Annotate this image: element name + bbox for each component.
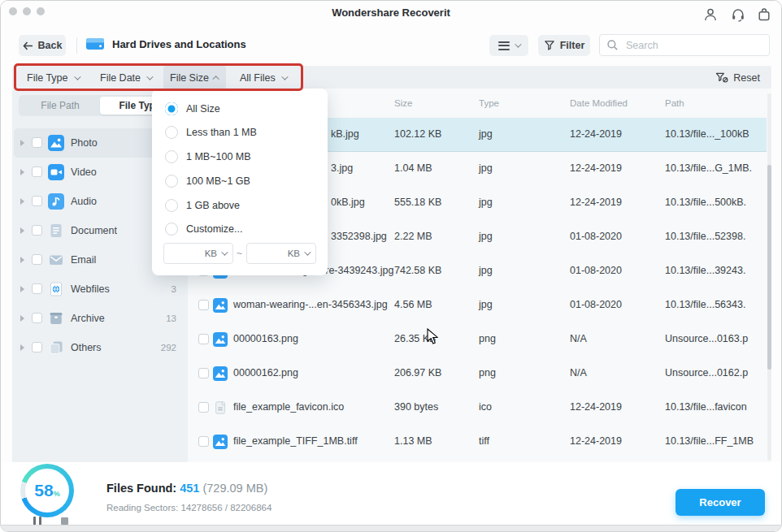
account-icon[interactable]: [703, 7, 718, 22]
row-checkbox[interactable]: [198, 402, 209, 413]
size-option-100-mb-1-gb[interactable]: 100 MB~1 GB: [152, 172, 328, 192]
file-date-modified: 01-08-2020: [570, 299, 622, 310]
radio-unselected-icon[interactable]: [165, 126, 178, 139]
custom-size-min-input[interactable]: KB: [163, 243, 233, 264]
sidebar-item-archive[interactable]: Archive13: [14, 304, 186, 333]
file-name: 3352398.jpg: [331, 231, 387, 242]
size-option-1-gb-above[interactable]: 1 GB above: [152, 197, 328, 216]
checkbox[interactable]: [32, 196, 42, 206]
store-bag-icon[interactable]: [757, 7, 771, 22]
support-headset-icon[interactable]: [731, 7, 745, 22]
files-found-count: 451: [180, 482, 199, 495]
row-checkbox[interactable]: [198, 334, 209, 344]
file-type: jpg: [479, 231, 493, 242]
traffic-light-close[interactable]: [9, 7, 17, 15]
table-row[interactable]: 00000163.png26.35 KBpngN/AUnsource...016…: [188, 322, 767, 357]
column-header-path[interactable]: Path: [665, 98, 684, 108]
document-icon: [48, 223, 64, 239]
file-date-modified: 12-24-2019: [570, 162, 622, 174]
checkbox[interactable]: [32, 137, 42, 148]
disclosure-triangle-icon[interactable]: [20, 257, 24, 263]
filter-dropdown-file-date[interactable]: File Date: [93, 66, 158, 89]
file-file-icon: [213, 400, 228, 415]
sidebar-item-others[interactable]: Others292: [14, 333, 186, 362]
view-menu-button[interactable]: [489, 35, 528, 56]
search-box[interactable]: [599, 34, 770, 56]
disclosure-triangle-icon[interactable]: [20, 140, 24, 146]
size-option-less-than-1-mb[interactable]: Less than 1 MB: [152, 123, 328, 143]
disclosure-triangle-icon[interactable]: [20, 227, 24, 234]
file-size: 102.12 KB: [394, 128, 441, 140]
sidebar-item-label: Document: [71, 225, 117, 236]
item-count-badge: 292: [161, 343, 176, 353]
row-checkbox[interactable]: [198, 368, 209, 378]
row-checkbox[interactable]: [198, 300, 209, 310]
recover-button[interactable]: Recover: [676, 489, 765, 516]
custom-size-max-input[interactable]: KB: [246, 243, 316, 264]
chevron-down-icon: [281, 73, 288, 80]
file-name: 3.jpg: [331, 162, 353, 174]
table-row[interactable]: file_example_favicon.ico390 bytesico12-2…: [188, 391, 767, 425]
file-path: 10.13/file...56343.: [665, 299, 767, 310]
radio-selected-icon[interactable]: [165, 102, 178, 115]
file-type: ico: [479, 401, 492, 413]
file-type-label: File Type: [27, 72, 68, 84]
sidebar-item-webfiles[interactable]: Webfiles3: [14, 275, 186, 304]
table-row[interactable]: woman-wearing-...en-3456343.jpg4.56 MBjp…: [188, 288, 767, 322]
file-type: jpg: [479, 162, 493, 174]
filter-button[interactable]: Filter: [538, 35, 590, 56]
chevron-down-icon: [515, 41, 521, 47]
checkbox[interactable]: [32, 225, 42, 236]
size-option-1-mb-100-mb[interactable]: 1 MB~100 MB: [152, 148, 328, 167]
image-file-icon: [213, 298, 228, 313]
checkbox[interactable]: [32, 313, 42, 323]
radio-unselected-icon[interactable]: [165, 199, 178, 212]
tab-file-path[interactable]: File Path: [20, 97, 100, 115]
file-path: Unsource...0162.p: [665, 367, 767, 378]
search-input[interactable]: [624, 39, 762, 52]
disclosure-triangle-icon[interactable]: [20, 169, 24, 175]
back-button[interactable]: Back: [19, 35, 66, 56]
reset-filter-icon: [715, 71, 728, 84]
column-header-date-modified[interactable]: Date Modified: [570, 98, 628, 108]
row-checkbox[interactable]: [198, 436, 209, 447]
disclosure-triangle-icon[interactable]: [20, 198, 24, 205]
reading-sectors-line: Reading Sectors: 14278656 / 82206864: [106, 503, 272, 513]
file-name: 0kB.jpg: [331, 197, 365, 208]
size-option-customize[interactable]: Customize...: [152, 220, 328, 240]
checkbox[interactable]: [32, 254, 42, 265]
disclosure-triangle-icon[interactable]: [20, 315, 24, 322]
page-title: Hard Drives and Locations: [112, 38, 246, 50]
file-type: jpg: [479, 128, 493, 140]
file-path: Unsource...0163.p: [665, 333, 767, 344]
chevron-up-icon: [212, 76, 219, 82]
column-header-size[interactable]: Size: [394, 98, 412, 108]
stop-scan-button[interactable]: [61, 517, 68, 525]
filter-dropdown-all-files[interactable]: All Files: [233, 66, 293, 89]
file-size: 555.18 KB: [394, 197, 441, 208]
app-window: Wondershare Recoverit Back Hard Drives a…: [0, 0, 782, 532]
traffic-light-zoom[interactable]: [37, 7, 45, 15]
size-option-all-size[interactable]: All Size: [152, 100, 328, 119]
radio-unselected-icon[interactable]: [165, 175, 178, 188]
disclosure-triangle-icon[interactable]: [20, 286, 24, 292]
checkbox[interactable]: [32, 342, 42, 353]
disclosure-triangle-icon[interactable]: [20, 344, 24, 351]
sidebar-item-label: Video: [71, 167, 97, 178]
radio-unselected-icon[interactable]: [165, 150, 178, 163]
checkbox[interactable]: [32, 167, 42, 177]
table-row[interactable]: 00000162.png206.97 KBpngN/AUnsource...01…: [188, 357, 767, 391]
reset-filters-button[interactable]: Reset: [715, 66, 760, 89]
traffic-light-minimize[interactable]: [23, 7, 31, 15]
table-row[interactable]: file_example_TIFF_1MB.tiff1.13 MBtiff12-…: [188, 425, 767, 459]
size-option-label: All Size: [186, 103, 220, 115]
column-header-type[interactable]: Type: [479, 98, 499, 108]
file-path: 10.13/file..._100kB: [665, 128, 767, 140]
others-icon: [48, 340, 64, 356]
checkbox[interactable]: [32, 283, 42, 294]
filter-dropdown-file-size[interactable]: File Size: [163, 66, 226, 89]
scrollbar-thumb[interactable]: [767, 165, 771, 370]
filter-dropdown-file-type[interactable]: File Type: [20, 66, 85, 89]
file-size: 26.35 KB: [394, 333, 436, 344]
radio-unselected-icon[interactable]: [165, 223, 178, 236]
